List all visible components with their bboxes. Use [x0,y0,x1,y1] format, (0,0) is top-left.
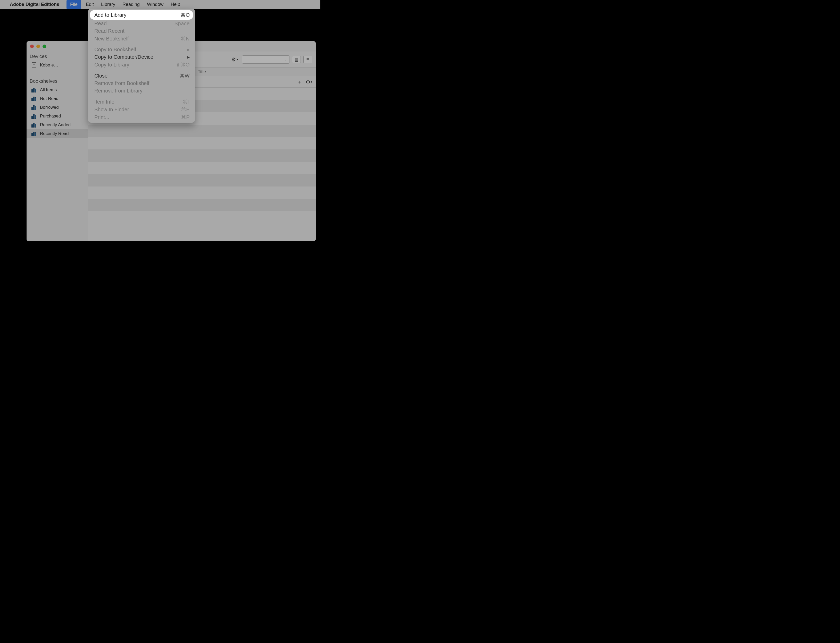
menu-item-print[interactable]: Print... ⌘P [88,113,195,121]
sidebar-heading-bookshelves: Bookshelves [26,77,88,85]
table-row [88,149,316,162]
menu-item-close[interactable]: Close ⌘W [88,72,195,80]
table-row [88,186,316,199]
window-traffic-lights [30,44,46,48]
menu-item-show-in-finder[interactable]: Show In Finder ⌘E [88,106,195,113]
close-window-button[interactable] [30,44,34,48]
sidebar-item-label: Not Read [40,96,59,101]
shortcut: Space [175,21,190,26]
sidebar-item-label: Purchased [40,114,61,119]
menu-item-item-info[interactable]: Item Info ⌘I [88,98,195,106]
file-menu: Add to Library ⌘O Read Space Read Recent… [88,9,195,122]
menubar-item-help[interactable]: Help [171,2,180,7]
sidebar-item-label: Recently Added [40,122,70,127]
shortcut: ⌘O [180,12,190,18]
menu-separator [89,96,194,96]
submenu-arrow-icon [187,55,190,59]
shortcut: ⌘I [183,99,190,105]
table-row [88,137,316,149]
shortcut: ⌘W [180,73,190,79]
shortcut: ⌘E [181,106,190,113]
sidebar-item-label: Recently Read [40,131,69,136]
sidebar-shelf-recently-added[interactable]: Recently Added [26,121,88,129]
table-row [88,174,316,186]
sidebar: Devices Kobo e… Bookshelves All Items No… [26,52,88,241]
menu-item-add-to-library-highlight[interactable]: Add to Library ⌘O [90,10,193,20]
menu-separator [89,44,194,44]
menu-item-read[interactable]: Read Space [88,20,195,27]
menu-item-copy-to-computer-device[interactable]: Copy to Computer/Device [88,53,195,61]
sidebar-shelf-borrowed[interactable]: Borrowed [26,103,88,112]
sort-select[interactable]: ⌄ [242,55,289,64]
table-row [88,125,316,137]
subtoolbar-gear-button[interactable]: ⚙▾ [306,79,312,85]
sidebar-device-item[interactable]: Kobo e… [26,61,88,70]
highlight-overlay: Add to Library ⌘O [90,10,193,20]
menubar-item-window[interactable]: Window [147,2,163,7]
bookshelf-icon [31,113,37,119]
table-row [88,199,316,211]
shortcut: ⇧⌘O [176,62,190,68]
sidebar-shelf-purchased[interactable]: Purchased [26,112,88,121]
add-button[interactable]: ＋ [296,78,302,86]
menu-item-new-bookshelf[interactable]: New Bookshelf ⌘N [88,35,195,42]
ereader-icon [31,62,37,68]
menubar-item-file[interactable]: File [67,0,81,9]
menu-separator [89,70,194,70]
screen: Adobe Digital Editions File Edit Library… [0,0,320,246]
view-list-button[interactable]: ≣ [303,55,312,64]
menu-item-copy-to-library[interactable]: Copy to Library ⇧⌘O [88,61,195,69]
sidebar-item-label: All Items [40,87,57,93]
menu-item-remove-from-library[interactable]: Remove from Library [88,87,195,95]
view-grid-button[interactable]: ▤ [292,55,301,64]
shortcut: ⌘P [181,114,190,120]
menu-item-label: Add to Library [94,12,180,18]
shortcut: ⌘N [181,36,190,42]
zoom-window-button[interactable] [42,44,46,48]
bookshelf-icon [31,104,37,110]
toolbar-gear-button[interactable]: ⚙▾ [232,56,238,63]
table-row [88,162,316,174]
menubar-app-name[interactable]: Adobe Digital Editions [10,2,59,7]
menu-item-read-recent[interactable]: Read Recent [88,27,195,35]
submenu-arrow-icon [187,48,190,52]
sidebar-shelf-recently-read[interactable]: Recently Read [26,129,88,138]
bookshelf-icon [31,87,37,93]
table-row [88,211,316,224]
bookshelf-icon [31,131,37,137]
menu-item-remove-from-bookshelf[interactable]: Remove from Bookshelf [88,80,195,87]
menu-item-copy-to-bookshelf[interactable]: Copy to Bookshelf [88,46,195,53]
chevron-down-icon: ⌄ [284,58,287,61]
sidebar-shelf-not-read[interactable]: Not Read [26,94,88,103]
chevron-down-icon: ▾ [311,80,312,83]
bookshelf-icon [31,96,37,101]
menubar-item-edit[interactable]: Edit [86,2,94,7]
menubar-item-library[interactable]: Library [101,2,115,7]
chevron-down-icon: ▾ [237,58,238,61]
bookshelf-icon [31,122,37,128]
sidebar-heading-devices: Devices [26,52,88,61]
minimize-window-button[interactable] [36,44,40,48]
macos-menubar: Adobe Digital Editions File Edit Library… [0,0,320,9]
sidebar-device-label: Kobo e… [40,63,58,68]
sidebar-item-label: Borrowed [40,105,59,110]
sidebar-shelf-all-items[interactable]: All Items [26,85,88,94]
menubar-item-reading[interactable]: Reading [123,2,140,7]
